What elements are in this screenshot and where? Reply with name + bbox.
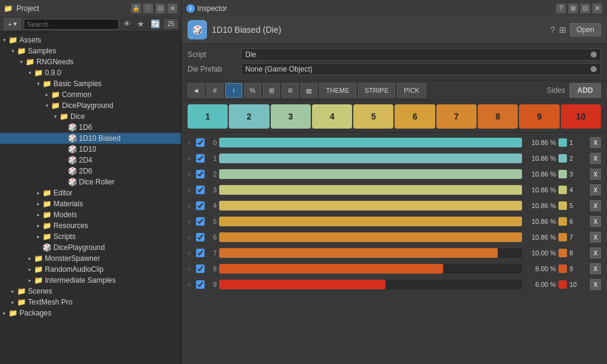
tree-item-diceroller[interactable]: 🎲Dice Roller: [0, 177, 181, 187]
search-input[interactable]: [24, 19, 118, 30]
tree-expand-arrow[interactable]: ▸: [34, 223, 42, 229]
tree-expand-arrow[interactable]: ▾: [25, 70, 34, 76]
refresh-icon-btn[interactable]: 🔄: [149, 19, 162, 29]
tree-item-scripts[interactable]: ▸📁Scripts: [0, 231, 181, 242]
row-checkbox[interactable]: [196, 154, 205, 163]
row-drag-handle[interactable]: ≡: [188, 140, 194, 146]
tree-item-diceplayground2[interactable]: 🎲DicePlayground: [0, 242, 181, 253]
row-delete-button[interactable]: X: [590, 153, 601, 164]
tree-item-1d10biased[interactable]: 🎲1D10 Biased: [0, 133, 181, 144]
tree-expand-arrow[interactable]: ▾: [42, 103, 51, 109]
arrow-left-btn[interactable]: ◄: [188, 83, 205, 98]
row-delete-button[interactable]: X: [590, 200, 601, 211]
row-color-box[interactable]: [558, 265, 567, 273]
tree-expand-arrow[interactable]: ▸: [0, 310, 8, 316]
grid-btn[interactable]: ⊞: [263, 83, 280, 98]
add-button[interactable]: + ▾: [4, 18, 21, 30]
row-drag-handle[interactable]: ≡: [188, 171, 194, 178]
inspector-close-btn[interactable]: ✕: [592, 4, 602, 13]
tree-item-1d6[interactable]: 🎲1D6: [0, 122, 181, 133]
pick-button[interactable]: PICK: [397, 83, 426, 98]
star-icon-btn[interactable]: ★: [135, 19, 146, 29]
info-btn[interactable]: i: [225, 83, 242, 98]
row-color-box[interactable]: [558, 233, 567, 241]
row-checkbox[interactable]: [196, 233, 205, 241]
tree-item-randomaudioclip[interactable]: ▸📁RandomAudioClip: [0, 264, 181, 275]
open-button[interactable]: Open: [570, 23, 601, 36]
row-checkbox[interactable]: [196, 217, 205, 226]
script-value[interactable]: Die: [241, 49, 601, 61]
die-face-5[interactable]: 5: [353, 104, 393, 129]
help-button[interactable]: ?: [551, 25, 555, 35]
inspector-layout-btn[interactable]: ⊞: [568, 4, 578, 13]
tree-expand-arrow[interactable]: ▸: [25, 255, 34, 261]
row-drag-handle[interactable]: ≡: [188, 250, 194, 257]
list1-btn[interactable]: ≡: [282, 83, 299, 98]
tree-expand-arrow[interactable]: ▾: [17, 59, 25, 65]
tree-item-textmeshpro[interactable]: ▸📁TextMesh Pro: [0, 297, 181, 308]
row-checkbox[interactable]: [196, 138, 205, 147]
row-drag-handle[interactable]: ≡: [188, 218, 194, 225]
tree-item-diceplayground[interactable]: ▾📁DicePlayground: [0, 100, 181, 111]
tree-item-editor[interactable]: ▸📁Editor: [0, 187, 181, 198]
die-face-8[interactable]: 8: [478, 104, 518, 129]
row-delete-button[interactable]: X: [590, 263, 601, 274]
theme-button[interactable]: THEME: [319, 83, 356, 98]
hash-btn[interactable]: #: [206, 83, 223, 98]
add-sides-button[interactable]: ADD: [569, 83, 601, 98]
row-color-box[interactable]: [558, 154, 567, 163]
row-drag-handle[interactable]: ≡: [188, 155, 194, 162]
menu-btn[interactable]: ⋮: [143, 4, 153, 13]
settings-button[interactable]: ⊞: [559, 25, 566, 35]
tree-item-2d4[interactable]: 🎲2D4: [0, 155, 181, 166]
die-face-2[interactable]: 2: [229, 104, 269, 129]
tree-item-monsterspawner[interactable]: ▸📁MonsterSpawner: [0, 253, 181, 264]
tree-item-packages[interactable]: ▸📁Packages: [0, 308, 181, 318]
lock-btn[interactable]: 🔒: [131, 4, 141, 13]
tree-item-materials[interactable]: ▸📁Materials: [0, 198, 181, 209]
tree-item-scenes[interactable]: ▸📁Scenes: [0, 286, 181, 297]
tree-expand-arrow[interactable]: ▾: [8, 48, 17, 54]
row-checkbox[interactable]: [196, 249, 205, 257]
tree-expand-arrow[interactable]: ▸: [34, 201, 42, 207]
tree-item-rngneeds[interactable]: ▾📁RNGNeeds: [0, 56, 181, 67]
tree-expand-arrow[interactable]: ▸: [34, 212, 42, 218]
inspector-help-btn[interactable]: ?: [556, 4, 566, 13]
tree-item-1d10[interactable]: 🎲1D10: [0, 144, 181, 155]
tree-expand-arrow[interactable]: ▾: [51, 113, 59, 120]
row-drag-handle[interactable]: ≡: [188, 266, 194, 272]
row-delete-button[interactable]: X: [590, 232, 601, 243]
row-delete-button[interactable]: X: [590, 216, 601, 227]
row-delete-button[interactable]: X: [590, 137, 601, 148]
die-face-7[interactable]: 7: [436, 104, 476, 129]
row-delete-button[interactable]: X: [590, 169, 601, 180]
die-face-9[interactable]: 9: [519, 104, 559, 129]
row-color-box[interactable]: [558, 170, 567, 178]
row-checkbox[interactable]: [196, 201, 205, 210]
row-color-box[interactable]: [558, 280, 567, 289]
row-color-box[interactable]: [558, 201, 567, 210]
row-delete-button[interactable]: X: [590, 184, 601, 195]
row-checkbox[interactable]: [196, 280, 205, 289]
tree-item-models[interactable]: ▸📁Models: [0, 209, 181, 220]
row-checkbox[interactable]: [196, 265, 205, 273]
tree-expand-arrow[interactable]: ▾: [0, 37, 8, 43]
row-drag-handle[interactable]: ≡: [188, 281, 194, 288]
tree-expand-arrow[interactable]: ▸: [8, 299, 17, 305]
eye-icon-btn[interactable]: 👁: [121, 19, 133, 29]
tree-expand-arrow[interactable]: ▸: [34, 234, 42, 240]
tree-item-resources[interactable]: ▸📁Resources: [0, 220, 181, 231]
row-drag-handle[interactable]: ≡: [188, 234, 194, 241]
tree-expand-arrow[interactable]: ▸: [42, 92, 51, 98]
tree-item-dice[interactable]: ▾📁Dice: [0, 111, 181, 122]
die-face-4[interactable]: 4: [312, 104, 352, 129]
tree-expand-arrow[interactable]: ▾: [34, 81, 42, 87]
tree-item-common[interactable]: ▸📁Common: [0, 89, 181, 100]
tree-expand-arrow[interactable]: ▸: [25, 277, 34, 283]
stripe-button[interactable]: STRIPE: [358, 83, 396, 98]
die-face-1[interactable]: 1: [188, 104, 228, 129]
row-drag-handle[interactable]: ≡: [188, 203, 194, 209]
tree-item-assets[interactable]: ▾📁Assets: [0, 35, 181, 46]
tree-item-intermediatesamples[interactable]: ▸📁Intermediate Samples: [0, 275, 181, 286]
inspector-maximize-btn[interactable]: ⊡: [580, 4, 590, 13]
